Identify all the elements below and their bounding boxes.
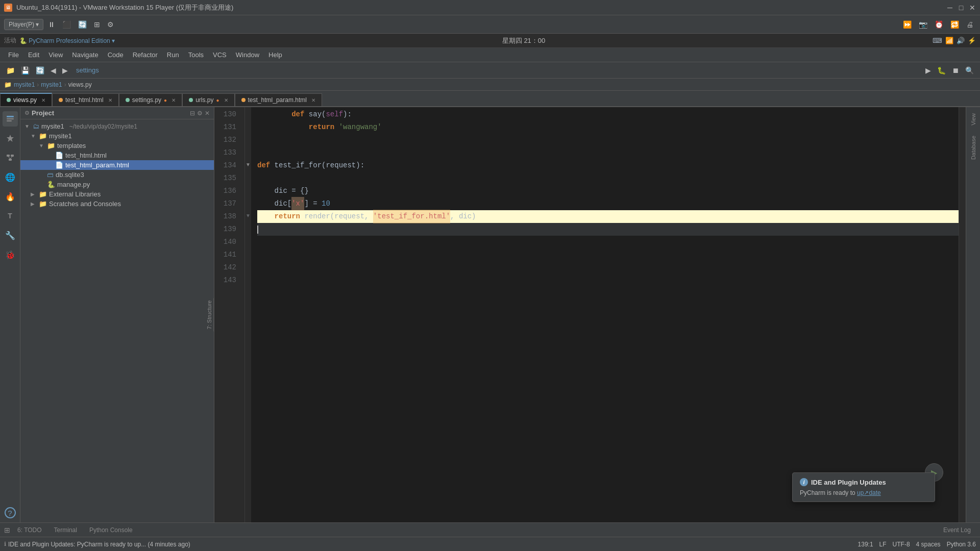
text-icon[interactable]: T — [3, 208, 18, 223]
sidebar-tab-view[interactable]: View — [969, 109, 977, 130]
tree-templates[interactable]: ▼ 📁 templates — [20, 141, 214, 151]
forward-btn[interactable]: ▶ — [60, 65, 70, 76]
pause-button[interactable]: ⏸ — [45, 19, 58, 30]
tab-close-settings[interactable]: ✕ — [172, 97, 176, 103]
tab-test-html-param[interactable]: test_html_param.html ✕ — [235, 93, 322, 106]
debug-config-btn[interactable]: 🐛 — [935, 65, 948, 76]
menu-tools[interactable]: Tools — [184, 49, 208, 60]
menu-run[interactable]: Run — [163, 49, 183, 60]
tab-close-test-html[interactable]: ✕ — [108, 97, 112, 103]
tab-python-console[interactable]: Python Console — [84, 525, 138, 535]
network-icon[interactable]: 📶 — [945, 37, 953, 44]
open-folder-btn[interactable]: 📁 — [4, 65, 17, 76]
python-version[interactable]: Python 3.6 — [947, 541, 976, 548]
menu-window[interactable]: Window — [232, 49, 263, 60]
structure-label[interactable]: 7: Structure — [205, 298, 214, 332]
minimize-button[interactable]: ─ — [946, 4, 953, 11]
tree-mysite1-root[interactable]: ▼ 🗂 mysite1 ~/tedu/vip/day02/mysite1 — [20, 121, 214, 131]
settings-icon[interactable]: ⚙ — [197, 110, 203, 117]
browser-icon[interactable]: 🌐 — [3, 169, 18, 185]
editor-area[interactable]: 130 131 132 133 134 135 136 137 138 139 … — [214, 107, 966, 522]
file-breadcrumb-bar: 📁 mysite1 › mysite1 › views.py — [0, 79, 980, 91]
menu-file[interactable]: File — [4, 49, 23, 60]
vm-send-button[interactable]: ⏩ — [900, 19, 914, 30]
tree-scratches[interactable]: ▶ 📁 Scratches and Consoles — [20, 199, 214, 209]
maximize-button[interactable]: □ — [958, 4, 965, 11]
tree-manage[interactable]: ▶ 🐍 manage.py — [20, 180, 214, 189]
vm-share-button[interactable]: 🔁 — [948, 19, 962, 30]
menu-edit[interactable]: Edit — [24, 49, 43, 60]
sidebar-tab-database[interactable]: Database — [969, 132, 977, 164]
stop-button[interactable]: ⬛ — [60, 19, 74, 30]
menu-view[interactable]: View — [44, 49, 67, 60]
vm-print-button[interactable]: 🖨 — [964, 19, 976, 30]
fullscreen-button[interactable]: ⊞ — [91, 19, 103, 30]
tree-db[interactable]: ▶ 🗃 db.sqlite3 — [20, 170, 214, 180]
tree-test-html-param[interactable]: ▶ 📄 test_html_param.html — [20, 160, 214, 170]
encoding[interactable]: UTF-8 — [893, 541, 910, 548]
close-panel-icon[interactable]: ✕ — [205, 110, 210, 117]
keyboard-icon[interactable]: ⌨ — [933, 37, 942, 44]
breadcrumb-mysite1[interactable]: mysite1 — [41, 81, 62, 88]
tab-close-test-html-param[interactable]: ✕ — [311, 97, 315, 103]
tree-test-html[interactable]: ▶ 📄 test_html.html — [20, 151, 214, 160]
breadcrumb-mysite1-root[interactable]: mysite1 — [14, 81, 35, 88]
favorites-icon[interactable] — [3, 131, 18, 146]
code-dic-open: dic[ — [275, 197, 292, 210]
tab-terminal[interactable]: Terminal — [49, 525, 82, 535]
breadcrumb-sep1: › — [37, 81, 39, 88]
activities-label[interactable]: 活动 — [4, 36, 16, 45]
grid-icon[interactable]: ⊞ — [4, 526, 10, 534]
indent-info[interactable]: 4 spaces — [916, 541, 941, 548]
title-bar-controls[interactable]: ─ □ ✕ — [946, 4, 976, 11]
save-btn[interactable]: 💾 — [19, 65, 32, 76]
structure-icon[interactable] — [3, 150, 18, 165]
debug-icon[interactable]: 🐞 — [3, 247, 18, 262]
reset-button[interactable]: 🔄 — [76, 19, 89, 30]
run-config-btn[interactable]: ▶ — [923, 65, 933, 76]
database-icon[interactable]: 🔥 — [3, 189, 18, 204]
back-btn[interactable]: ◀ — [48, 65, 58, 76]
settings-button[interactable]: ⚙ — [105, 19, 116, 30]
tab-close-views[interactable]: ✕ — [41, 97, 45, 103]
cursor-position[interactable]: 139:1 — [858, 541, 873, 548]
tab-views-py[interactable]: views.py ✕ — [0, 93, 52, 106]
help-icon[interactable]: ? — [5, 507, 16, 518]
notification-link[interactable]: up↗date — [857, 489, 881, 496]
code-editor[interactable]: def say( self ): return 'wangwang' — [251, 107, 959, 522]
breadcrumb-root[interactable]: settings — [76, 66, 99, 74]
search-everywhere-btn[interactable]: 🔍 — [963, 65, 976, 76]
code-dic-close: , dic) — [450, 210, 476, 223]
project-icon[interactable] — [3, 111, 18, 127]
player-menu-button[interactable]: Player(P) ▾ — [4, 19, 43, 30]
status-bar: ℹ IDE and Plugin Updates: PyCharm is rea… — [0, 537, 980, 551]
tab-modified-urls: ● — [216, 97, 219, 103]
tab-settings-py[interactable]: settings.py ● ✕ — [119, 93, 182, 106]
volume-icon[interactable]: 🔊 — [957, 37, 965, 44]
wrench-icon[interactable]: 🔧 — [3, 228, 18, 243]
close-button[interactable]: ✕ — [969, 4, 976, 11]
menu-refactor[interactable]: Refactor — [129, 49, 162, 60]
pycharm-taskbar[interactable]: 🐍 PyCharm Professional Edition ▾ — [19, 37, 115, 44]
line-separator[interactable]: LF — [879, 541, 887, 548]
svg-rect-2 — [7, 120, 12, 121]
menu-vcs[interactable]: VCS — [209, 49, 231, 60]
editor-scrollbar[interactable] — [959, 107, 966, 522]
vm-clock-button[interactable]: ⏰ — [932, 19, 946, 30]
sync-btn[interactable]: 🔄 — [34, 65, 46, 76]
tree-external-libs[interactable]: ▶ 📁 External Libraries — [20, 189, 214, 199]
tree-mysite1-sub[interactable]: ▼ 📁 mysite1 — [20, 131, 214, 141]
tab-close-urls[interactable]: ✕ — [224, 97, 228, 103]
tab-test-html[interactable]: test_html.html ✕ — [52, 93, 119, 106]
tab-event-log[interactable]: Event Log — [938, 525, 976, 535]
power-icon[interactable]: ⚡ — [968, 37, 976, 44]
vm-snapshot-button[interactable]: 📷 — [916, 19, 930, 30]
tab-urls-py[interactable]: urls.py ● ✕ — [182, 93, 234, 106]
menu-navigate[interactable]: Navigate — [68, 49, 102, 60]
tab-todo[interactable]: 6: TODO — [12, 525, 47, 535]
gutter-134[interactable]: ▼ — [245, 158, 251, 171]
menu-help[interactable]: Help — [264, 49, 286, 60]
stop-config-btn[interactable]: ⏹ — [950, 65, 961, 76]
menu-code[interactable]: Code — [104, 49, 128, 60]
collapse-all-icon[interactable]: ⊟ — [190, 110, 195, 117]
